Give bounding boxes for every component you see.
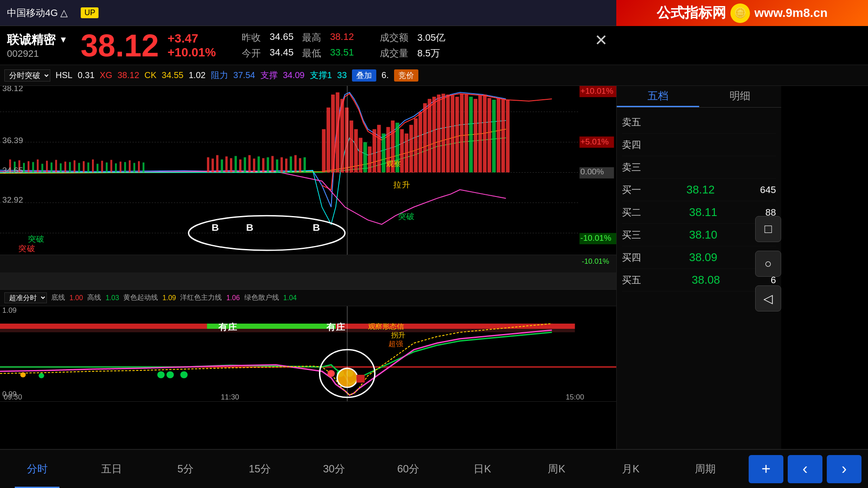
buy3-label: 买三 bbox=[622, 229, 641, 242]
svg-rect-98 bbox=[501, 99, 505, 173]
close-button[interactable]: ✕ bbox=[595, 31, 608, 49]
svg-text:36.39: 36.39 bbox=[2, 136, 23, 144]
header-bar: 中国移动4G △ UP 公式指标网 🪙 www.9m8.cn bbox=[0, 0, 868, 26]
svg-rect-56 bbox=[294, 155, 296, 173]
svg-rect-27 bbox=[101, 161, 103, 173]
prev-button[interactable]: ‹ bbox=[788, 455, 822, 483]
buy-order-1: 买一 38.12 645 bbox=[622, 179, 776, 201]
svg-rect-85 bbox=[441, 94, 445, 173]
svg-rect-93 bbox=[478, 95, 482, 173]
nav-tab-30min[interactable]: 30分 bbox=[297, 450, 371, 488]
buy2-price: 38.11 bbox=[689, 206, 717, 219]
dropdown-arrow[interactable]: ▼ bbox=[59, 35, 68, 45]
buy3-price: 38.10 bbox=[689, 228, 717, 242]
right-tabs: 五档 明细 bbox=[617, 86, 781, 108]
stock-code: 002921 bbox=[7, 48, 68, 59]
buy-order-2: 买二 38.11 88 bbox=[622, 201, 776, 224]
green-value: 1.04 bbox=[283, 294, 297, 302]
svg-point-146 bbox=[157, 371, 164, 378]
nav-tab-zhouk[interactable]: 周K bbox=[519, 450, 594, 488]
mode-select[interactable]: 分时突破 bbox=[4, 69, 50, 82]
svg-text:+10.01%: +10.01% bbox=[580, 86, 613, 95]
svg-rect-86 bbox=[446, 95, 450, 173]
support1-value: 34.09 bbox=[283, 70, 305, 80]
sub-chart[interactable]: 1.09 0.99 有庄 有庄 观察形态信 拐升 超强 bbox=[0, 306, 616, 402]
buy1-vol: 645 bbox=[760, 184, 776, 196]
svg-rect-11 bbox=[28, 161, 30, 173]
stock-change: +3.47 +10.01% bbox=[168, 32, 216, 59]
svg-rect-79 bbox=[414, 118, 418, 173]
nav-tab-yuek[interactable]: 月K bbox=[594, 450, 668, 488]
back-button[interactable]: ◁ bbox=[755, 285, 781, 311]
svg-rect-21 bbox=[74, 160, 76, 173]
high-value: 38.12 bbox=[330, 31, 354, 44]
price-change-pct: +10.01% bbox=[168, 46, 216, 59]
svg-rect-97 bbox=[496, 98, 500, 173]
svg-rect-61 bbox=[331, 95, 335, 173]
stock-price: 38.12 bbox=[81, 28, 159, 63]
svg-point-144 bbox=[20, 372, 26, 377]
svg-rect-42 bbox=[230, 158, 232, 173]
svg-rect-46 bbox=[248, 155, 250, 173]
svg-rect-87 bbox=[451, 95, 454, 173]
svg-rect-16 bbox=[51, 163, 53, 173]
svg-rect-35 bbox=[138, 161, 140, 173]
support1-label: 支撑 bbox=[260, 69, 278, 81]
square-button[interactable]: □ bbox=[755, 216, 781, 242]
main-layout: 38.12 36.39 34.65 32.92 +10.01% +5.01% 0… bbox=[0, 86, 868, 449]
svg-text:-10.01%: -10.01% bbox=[582, 257, 609, 265]
volume-svg: -10.01% bbox=[0, 255, 616, 290]
svg-text:观察: 观察 bbox=[386, 160, 401, 167]
nav-tab-60min[interactable]: 60分 bbox=[371, 450, 445, 488]
svg-rect-83 bbox=[432, 97, 436, 173]
buy5-price: 38.08 bbox=[692, 273, 720, 287]
nav-tab-zhouqi[interactable]: 周期 bbox=[668, 450, 742, 488]
sell3-label: 卖三 bbox=[622, 161, 641, 174]
svg-text:突破: 突破 bbox=[398, 212, 415, 221]
svg-rect-76 bbox=[400, 129, 404, 173]
svg-rect-51 bbox=[271, 156, 273, 173]
svg-rect-17 bbox=[55, 160, 57, 173]
buy5-label: 买五 bbox=[622, 274, 641, 287]
buy4-label: 买四 bbox=[622, 251, 641, 264]
svg-rect-55 bbox=[290, 157, 292, 173]
svg-rect-155 bbox=[356, 375, 365, 383]
sub-mode-select[interactable]: 超准分时 bbox=[4, 292, 47, 303]
bottom-nav: 分时 五日 5分 15分 30分 60分 日K 周K 月K 周期 + ‹ › bbox=[0, 449, 868, 488]
nav-tab-wuri[interactable]: 五日 bbox=[74, 450, 148, 488]
svg-rect-77 bbox=[405, 134, 408, 173]
vol-shares-value: 8.5万 bbox=[417, 47, 440, 60]
svg-rect-26 bbox=[97, 164, 99, 173]
price-chart[interactable]: 38.12 36.39 34.65 32.92 +10.01% +5.01% 0… bbox=[0, 86, 616, 255]
svg-rect-72 bbox=[382, 134, 385, 173]
add-button[interactable]: + bbox=[749, 455, 783, 483]
sell-order-3: 卖三 bbox=[622, 156, 776, 179]
jingprice-badge[interactable]: 竞价 bbox=[394, 69, 418, 82]
sub-chart-svg: 1.09 0.99 有庄 有庄 观察形态信 拐升 超强 bbox=[0, 306, 616, 402]
support2-label: 支撑1 bbox=[310, 69, 332, 81]
svg-rect-62 bbox=[336, 92, 339, 173]
svg-rect-95 bbox=[487, 98, 491, 173]
buy1-label: 买一 bbox=[622, 183, 641, 197]
svg-rect-99 bbox=[506, 100, 510, 173]
nav-tab-fenshi[interactable]: 分时 bbox=[0, 450, 74, 488]
tab-mingxi[interactable]: 明细 bbox=[699, 86, 782, 107]
yellow-label: 黄色起动线 bbox=[123, 293, 158, 302]
overlay-badge[interactable]: 叠加 bbox=[352, 69, 376, 82]
nav-tab-15min[interactable]: 15分 bbox=[223, 450, 297, 488]
svg-rect-59 bbox=[322, 129, 326, 173]
nav-tab-5min[interactable]: 5分 bbox=[148, 450, 223, 488]
tab-wudang[interactable]: 五档 bbox=[617, 86, 699, 107]
svg-rect-19 bbox=[64, 162, 66, 173]
svg-rect-36 bbox=[143, 163, 145, 173]
up-badge: UP bbox=[81, 7, 99, 18]
svg-text:34.65: 34.65 bbox=[2, 166, 23, 175]
circle-button[interactable]: ○ bbox=[755, 251, 781, 277]
svg-rect-40 bbox=[221, 160, 223, 173]
nav-tab-dayk[interactable]: 日K bbox=[445, 450, 519, 488]
next-button[interactable]: › bbox=[827, 455, 861, 483]
svg-rect-66 bbox=[354, 129, 358, 173]
chart-area: 38.12 36.39 34.65 32.92 +10.01% +5.01% 0… bbox=[0, 86, 616, 449]
svg-rect-50 bbox=[267, 157, 269, 173]
svg-rect-92 bbox=[473, 99, 477, 173]
